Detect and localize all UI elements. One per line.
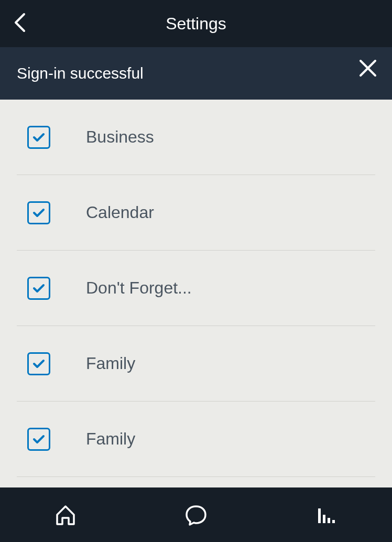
check-icon bbox=[32, 432, 46, 446]
checkbox[interactable] bbox=[27, 428, 50, 451]
checkbox[interactable] bbox=[27, 126, 50, 149]
home-icon bbox=[53, 502, 78, 527]
item-label: Family bbox=[86, 429, 135, 449]
check-icon bbox=[32, 131, 46, 144]
check-icon bbox=[32, 357, 46, 371]
checkbox[interactable] bbox=[27, 201, 50, 224]
nav-chat[interactable] bbox=[132, 487, 261, 542]
check-icon bbox=[32, 281, 46, 295]
bottom-nav bbox=[0, 487, 392, 542]
svg-rect-0 bbox=[318, 508, 321, 523]
list-item[interactable]: Business bbox=[17, 100, 375, 175]
list-item[interactable]: Family bbox=[17, 402, 375, 477]
close-icon bbox=[358, 59, 377, 78]
chevron-left-icon bbox=[13, 11, 27, 34]
check-icon bbox=[32, 206, 46, 220]
nav-home[interactable] bbox=[1, 487, 130, 542]
item-label: Calendar bbox=[86, 203, 154, 222]
list-item[interactable]: Family bbox=[17, 326, 375, 402]
notification-message: Sign-in successful bbox=[17, 64, 144, 82]
content-area: Business Calendar Don't Forget... Family bbox=[0, 100, 392, 487]
svg-rect-3 bbox=[332, 520, 335, 523]
page-title: Settings bbox=[0, 14, 392, 34]
checkbox[interactable] bbox=[27, 277, 50, 300]
item-label: Family bbox=[86, 354, 135, 373]
list-item[interactable]: Calendar bbox=[17, 175, 375, 251]
back-button[interactable] bbox=[13, 11, 27, 36]
header: Settings bbox=[0, 0, 392, 47]
list-item[interactable]: Don't Forget... bbox=[17, 251, 375, 326]
checkbox[interactable] bbox=[27, 352, 50, 375]
notification-bar: Sign-in successful bbox=[0, 47, 392, 100]
svg-rect-2 bbox=[328, 518, 330, 523]
svg-rect-1 bbox=[323, 515, 325, 523]
chat-icon bbox=[183, 502, 209, 527]
item-label: Don't Forget... bbox=[86, 278, 192, 298]
nav-equalizer[interactable] bbox=[262, 487, 391, 542]
equalizer-icon bbox=[314, 502, 339, 527]
item-label: Business bbox=[86, 127, 154, 147]
close-button[interactable] bbox=[358, 59, 377, 80]
